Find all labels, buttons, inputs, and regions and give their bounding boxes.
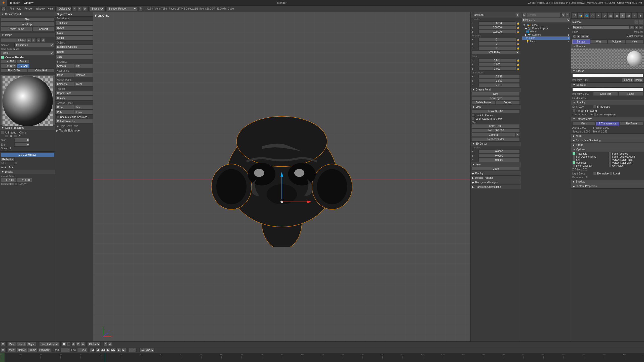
start-val-input[interactable] xyxy=(14,138,29,142)
physics-tab[interactable]: ⚙ xyxy=(602,13,608,19)
shading-header[interactable]: ▼ Shading xyxy=(571,100,644,105)
tl-view-btn[interactable]: View xyxy=(8,348,16,352)
line-btn[interactable]: Line xyxy=(74,105,93,110)
object-tab[interactable]: ⬡ xyxy=(590,13,595,19)
dim-x-field[interactable] xyxy=(478,75,520,78)
tp-display-header[interactable]: ▶ Display xyxy=(471,171,521,175)
cur-y-field[interactable] xyxy=(478,154,520,158)
insert-btn[interactable]: Insert xyxy=(55,73,74,77)
settings-icon[interactable]: ⚙ xyxy=(83,7,87,11)
diff-color-bar[interactable] xyxy=(572,74,643,77)
raytrace-btn[interactable]: RayTrace xyxy=(620,122,643,125)
mt-header[interactable]: ▶ Motion Tracking xyxy=(471,176,521,180)
loc-y-field[interactable] xyxy=(478,26,516,29)
img-height-field[interactable] xyxy=(1,64,16,68)
particles2-tab[interactable]: ✧ xyxy=(632,13,637,19)
ruler-btn[interactable]: Ruler/Protractor xyxy=(55,119,93,124)
play-fwd-btn[interactable]: ▶▶ xyxy=(111,348,116,352)
render-icon[interactable]: 🎬 xyxy=(138,7,142,11)
gp-delete-frame-btn[interactable]: Delete Frame xyxy=(1,27,32,31)
tp-gp-new-btn[interactable]: New xyxy=(472,92,520,96)
invert-z-cb[interactable] xyxy=(572,164,575,167)
tiles-cb[interactable] xyxy=(14,162,17,165)
remove-btn[interactable]: Remove xyxy=(74,73,93,77)
loc-x-field[interactable] xyxy=(478,21,516,25)
item-header[interactable]: ▼ Item xyxy=(471,162,521,167)
lambert-btn[interactable]: Lambert xyxy=(622,78,633,82)
mirror-header[interactable]: ▶ Mirror xyxy=(571,134,644,138)
bg-header[interactable]: ▶ Background Images xyxy=(471,180,521,185)
uv-grid-btn[interactable]: UV Grid xyxy=(17,64,29,68)
step-fwd-btn[interactable]: ▶ xyxy=(116,348,121,352)
tl-playback-btn[interactable]: Playback xyxy=(38,348,51,352)
vertex-paint-cb[interactable] xyxy=(609,158,612,161)
clamp-y-cb[interactable] xyxy=(14,134,17,138)
clip-start-field[interactable] xyxy=(472,124,520,128)
use-mist-cb[interactable] xyxy=(572,161,575,164)
sky-cb[interactable] xyxy=(572,158,575,161)
full-oversample-cb[interactable] xyxy=(572,155,575,158)
gp-new-layer-button[interactable]: New Layer xyxy=(1,22,54,26)
constraints-tab[interactable]: ⛓ xyxy=(608,13,614,19)
camera-item[interactable]: ▶ 📷 Camera 1 xyxy=(522,33,570,36)
mat-del-icon[interactable]: − xyxy=(639,20,643,24)
origin-btn[interactable]: Origin xyxy=(55,35,93,40)
history-btn[interactable]: History... xyxy=(55,96,93,101)
rot-type-select[interactable]: XYZ Euler xyxy=(472,51,520,54)
display-header[interactable]: ▼ Display xyxy=(0,170,55,174)
delete-btn[interactable]: Delete xyxy=(55,50,93,54)
clamp-x-cb[interactable] xyxy=(5,134,8,138)
scale-btn[interactable]: Scale xyxy=(55,30,93,35)
tp-delete-frame-btn[interactable]: Delete Frame xyxy=(472,101,495,104)
world-item[interactable]: 🌐 World xyxy=(522,30,570,33)
float-buffer-btn[interactable]: Float Buffer xyxy=(1,68,27,73)
item-name-field[interactable] xyxy=(472,167,520,171)
rigid-body-label[interactable]: ▶ Rigid Body Tools xyxy=(55,124,93,128)
clear-btn[interactable]: Clear xyxy=(74,82,93,86)
viewport-icon3[interactable]: ◎ xyxy=(71,342,75,346)
rot-x-field[interactable] xyxy=(478,38,516,41)
scene-layout-select[interactable]: Default xyxy=(57,7,72,11)
mat-data-icon2[interactable]: ● xyxy=(577,34,581,38)
gp-new-button[interactable]: New xyxy=(1,17,54,22)
duplicate-objects-btn[interactable]: Duplicate Objects xyxy=(55,44,93,49)
cur-x-field[interactable] xyxy=(478,150,520,153)
dim-z-field[interactable] xyxy=(478,83,520,87)
draw-btn[interactable]: Draw xyxy=(55,105,74,110)
rotate-btn[interactable]: Rotate xyxy=(55,25,93,30)
object-menu-btn[interactable]: Object xyxy=(27,342,36,346)
render-engine-select[interactable]: Blender Render xyxy=(107,7,137,11)
poly-btn[interactable]: Poly xyxy=(55,110,74,115)
render2-tab[interactable]: ▶ xyxy=(638,13,643,19)
repeat-last-btn[interactable]: Repeat Last xyxy=(55,91,93,96)
world-tab[interactable]: 🌐 xyxy=(584,13,590,19)
mat-x-icon[interactable]: ✕ xyxy=(639,25,643,29)
img-browse-icon[interactable]: ≡ xyxy=(27,38,31,42)
img-del-icon[interactable]: ✕ xyxy=(36,38,41,42)
data-tab[interactable]: ▦ xyxy=(614,13,620,19)
vertex-light-cb[interactable] xyxy=(609,161,612,164)
del-layout-icon[interactable]: ✕ xyxy=(78,7,82,11)
mat-data-icon3[interactable]: ⊕ xyxy=(581,34,585,38)
sss-header[interactable]: ▶ Subsurface Scattering xyxy=(571,138,644,143)
fullscreen-icon[interactable]: ⛶ xyxy=(2,7,6,11)
select-btn[interactable]: Select xyxy=(17,342,26,346)
mat-data-icon4[interactable]: ◈ xyxy=(585,34,589,38)
view-btn[interactable]: View xyxy=(8,342,16,346)
uv-coordinates-btn[interactable]: UV Coordinates xyxy=(1,153,54,157)
tl-icon1[interactable]: ⊞ xyxy=(1,348,5,352)
menu-window[interactable]: Window xyxy=(22,1,35,5)
source-select[interactable]: Generated xyxy=(14,43,54,47)
face-tex-cb[interactable] xyxy=(609,152,612,155)
use-sketching-cb[interactable] xyxy=(56,115,59,118)
mat-browse-icon[interactable]: ≡ xyxy=(630,25,634,29)
to-header[interactable]: ▶ Transform Orientations xyxy=(471,185,521,189)
step-back-btn[interactable]: ◀ xyxy=(95,348,100,352)
grease-pencil-header[interactable]: ▼ Grease Pencil xyxy=(0,12,55,16)
halo-btn[interactable]: Halo xyxy=(626,39,643,44)
menu-file[interactable]: File xyxy=(9,7,15,11)
all-scenes-select[interactable]: All Scenes xyxy=(521,18,571,22)
translate-btn[interactable]: Translate xyxy=(55,20,93,25)
gp-convert-btn[interactable]: Convert xyxy=(33,27,54,31)
viewport-icon2[interactable]: ⬛ xyxy=(67,342,71,346)
